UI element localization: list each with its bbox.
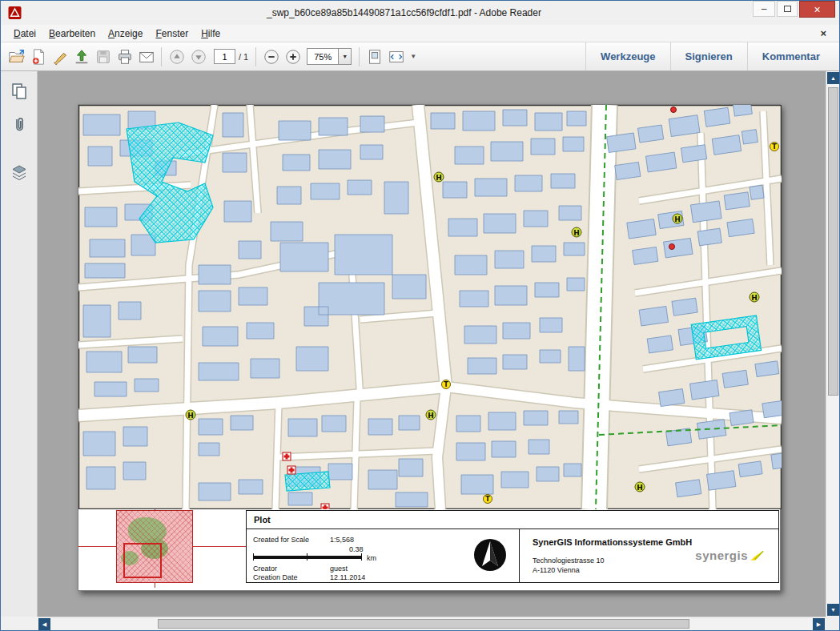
vertical-scrollbar-thumb[interactable] — [828, 87, 838, 396]
menu-close-icon[interactable]: × — [814, 27, 833, 39]
print-button[interactable] — [114, 46, 135, 67]
page-total-label: / 1 — [239, 52, 248, 62]
map-area: HHHHHHHTTT — [78, 105, 782, 509]
map-marker-T: T — [483, 494, 492, 504]
company-name: SynerGIS Informationssysteme GmbH — [533, 537, 692, 547]
maximize-icon — [784, 6, 791, 12]
zoom-level-select[interactable]: 75% ▼ — [307, 48, 352, 65]
adobe-reader-app-icon — [8, 6, 22, 19]
zoom-out-button[interactable] — [260, 46, 282, 67]
toolbar-separator — [359, 47, 360, 66]
title-bar: _swp_b60ce89a85b14490871a1cc56f9cfdf1.pd… — [1, 1, 839, 25]
signieren-button[interactable]: Signieren — [670, 42, 747, 70]
horizontal-scrollbar-thumb[interactable] — [158, 619, 689, 629]
north-arrow-icon — [472, 537, 508, 574]
werkzeuge-button[interactable]: Werkzeuge — [585, 42, 669, 70]
pdf-page: HHHHHHHTTT Plot Created for Scale — [78, 104, 781, 591]
maximize-button[interactable] — [777, 1, 798, 17]
window-title: _swp_b60ce89a85b14490871a1cc56f9cfdf1.pd… — [65, 7, 743, 18]
creator-value: guest — [330, 565, 348, 573]
map-marker-dot — [670, 107, 677, 113]
zoom-level-value: 75% — [307, 52, 338, 62]
toolbar-right-group: Werkzeuge Signieren Kommentar — [585, 42, 834, 70]
layers-icon[interactable] — [7, 161, 31, 185]
previous-page-button[interactable] — [166, 46, 187, 67]
save-button[interactable] — [92, 46, 114, 67]
menu-anzeige[interactable]: Anzeige — [102, 26, 149, 41]
zoom-dropdown-arrow-icon[interactable]: ▼ — [338, 49, 351, 64]
scale-bar-tick — [361, 553, 362, 561]
scale-label: Created for Scale — [253, 536, 309, 544]
overview-minimap — [116, 510, 193, 583]
toolbar: / 1 75% ▼ ▼ Werkzeuge Signieren Kommenta… — [1, 42, 839, 71]
scroll-left-button[interactable]: ◀ — [38, 618, 50, 630]
synergis-logo-text: synergis — [695, 549, 748, 562]
scroll-up-button[interactable]: ▲ — [827, 72, 839, 84]
adobe-reader-window: _swp_b60ce89a85b14490871a1cc56f9cfdf1.pd… — [0, 0, 840, 631]
scroll-right-button[interactable]: ▶ — [813, 618, 825, 630]
menu-datei[interactable]: Datei — [7, 26, 42, 41]
send-file-button[interactable] — [70, 46, 92, 67]
page-number-input[interactable] — [214, 49, 235, 64]
map-marker-cross — [287, 466, 296, 475]
page-fit-button[interactable] — [364, 46, 385, 67]
horizontal-scrollbar[interactable]: ◀ ▶ — [38, 617, 826, 630]
map-marker-H: H — [426, 410, 436, 420]
vertical-scrollbar[interactable]: ▲ ▼ — [826, 71, 839, 617]
creation-date-value: 12.11.2014 — [330, 573, 365, 581]
map-marker-H: H — [750, 292, 760, 303]
map-marker-H: H — [434, 172, 444, 183]
synergis-logo: synergis — [695, 549, 764, 562]
scroll-down-icon: ▼ — [830, 607, 836, 613]
minimap-extent-frame — [123, 543, 162, 578]
close-button[interactable]: × — [799, 1, 835, 18]
scroll-right-icon: ▶ — [817, 621, 821, 628]
creation-date-label: Creation Date — [253, 573, 298, 581]
map-marker-dot — [669, 243, 675, 250]
scale-bar-tick — [253, 553, 254, 561]
toolbar-separator — [255, 47, 256, 66]
creator-label: Creator — [253, 565, 277, 573]
scale-bar-tick — [307, 553, 307, 561]
company-block: SynerGIS Informationssysteme GmbH Techno… — [520, 529, 778, 582]
map-marker-T: T — [770, 142, 779, 151]
menu-bearbeiten[interactable]: Bearbeiten — [42, 26, 102, 41]
more-tools-chevron-icon[interactable]: ▼ — [407, 53, 420, 60]
plot-body: Created for Scale 1:5,568 0.38 km Creato… — [247, 529, 778, 582]
toolbar-separator — [161, 47, 162, 66]
menu-fenster[interactable]: Fenster — [149, 26, 195, 41]
map-marker-cross — [283, 452, 291, 461]
scale-value: 1:5,568 — [330, 536, 354, 544]
scrollbar-corner — [826, 617, 839, 630]
map-marker-H: H — [635, 482, 645, 492]
minimize-icon: – — [762, 3, 767, 14]
scale-bar — [253, 556, 362, 559]
map-marker-H: H — [186, 410, 196, 420]
sign-button[interactable] — [49, 46, 70, 67]
reading-mode-button[interactable] — [385, 46, 407, 67]
caption-buttons: – × — [753, 1, 835, 18]
map-marker-H: H — [673, 214, 683, 224]
menu-bar: Datei Bearbeiten Anzeige Fenster Hilfe × — [1, 25, 839, 42]
next-page-button[interactable] — [187, 46, 209, 67]
page-thumbnails-icon[interactable] — [7, 79, 31, 103]
plot-footer: Plot Created for Scale 1:5,568 0.38 km C… — [78, 509, 780, 590]
zoom-in-button[interactable] — [282, 46, 303, 67]
plot-info-box: Plot Created for Scale 1:5,568 0.38 km C… — [246, 510, 779, 583]
menu-hilfe[interactable]: Hilfe — [195, 26, 227, 41]
kommentar-button[interactable]: Kommentar — [747, 42, 834, 70]
map-markers: HHHHHHHTTT — [78, 105, 782, 509]
synergis-logo-swoosh-icon — [750, 549, 764, 562]
create-pdf-button[interactable] — [27, 46, 49, 67]
minimize-button[interactable]: – — [753, 1, 775, 17]
attachments-icon[interactable] — [7, 113, 31, 137]
scroll-left-icon: ◀ — [42, 621, 46, 628]
navigation-pane — [1, 71, 38, 617]
map-marker-H: H — [572, 227, 582, 238]
scroll-up-icon: ▲ — [830, 75, 836, 81]
scroll-down-button[interactable]: ▼ — [827, 604, 839, 616]
document-area: HHHHHHHTTT Plot Created for Scale — [38, 71, 826, 617]
company-address-line1: Technologiestrasse 10 — [533, 557, 605, 565]
open-file-button[interactable] — [6, 46, 27, 67]
email-button[interactable] — [135, 46, 157, 67]
